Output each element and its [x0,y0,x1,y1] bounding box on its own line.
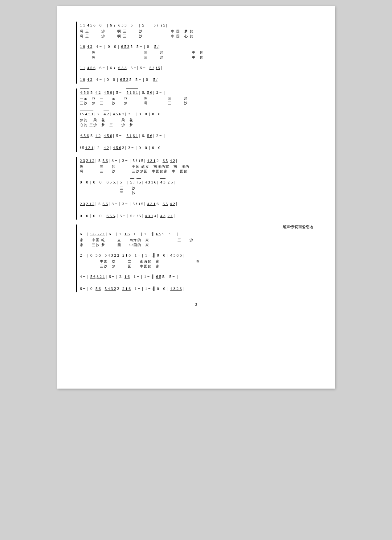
stave-2-1: 6 5 6 5 | 4 2 4 5 6 | 5 − | 5 1 6 1 | 6.… [80,89,316,106]
notation-line: 6 5 6 5 | 4 2 4 5 6 | 5 − | 5 1 6 1 | 6.… [80,89,316,96]
lyric-line-1: 啊 三 沙 啊 三 沙 中 国 梦 的 [80,29,316,34]
page-number: 3 [76,302,316,307]
section-3: 2 3 2 1 2 | 5. 5 6 | 3 − | 3 − | 5 i i 5… [76,157,316,220]
lyric-line-14: 家 三沙 梦 圆 中国的 家 [80,243,316,247]
stave-1-2: 1 0 4 2 | 4 − | 0 0 | 6 5 3 5 | 5 − | 0 … [80,43,316,60]
notation-line: 6 5 6 5 | 4 2 4 5 6 | 5 − | 5 1 6 1 | 6.… [80,132,316,139]
stave-4-4: 6 − | 0 5 6 | 5 4 3 2 2 2 1 6 | 1 − | 1 … [80,285,316,292]
notation-line: 2 3 2 1 2 | 5. 5 6 | 3 − | 3 − | 5 i i 5… [80,157,316,164]
lyric-line-2: 啊 三 沙 啊 三 沙 中 国 心 的 [80,34,316,39]
notation-line: 1 1 4 5 6 | 6 − | 6 i 6 5 3 | 5 − | 5 − … [80,64,316,72]
section-1: 1 1 4 5 6 | 6 − | 6 i 6 5 3 | 5 − | 5 − … [76,22,316,84]
lyric-line-11: 三 沙 [80,186,316,191]
lyric-line-4: 啊 三 沙 中 国 [80,55,316,60]
lyric-line-6: 三沙 梦 三 沙 梦 啊 三 沙 [80,101,316,105]
notation-line: 1 1 4 5 6 | 6 − | 6 i 6 5 3 | 5 − | 5 − … [80,22,316,29]
stave-2-2: i 5 4 3 1 | 2 4 2 | 4 5 6 3 | 3 − | 0 0 … [80,110,316,127]
notation-line: 0 0 | 0 0 | 6 5 5. | 5 − | 5 i i 5 | 4 3… [80,212,316,220]
stave-3-1: 2 3 2 1 2 | 5. 5 6 | 3 − | 3 − | 5 i i 5… [80,157,316,174]
stave-3-3: 2 3 2 1 2 | 5. 5 6 | 3 − | 3 − | 5 i i 5… [80,200,316,208]
stave-2-4: i 5 4 3 1 | 2 4 2 | 4 5 6 3 | 3 − | 0 0 … [80,144,316,151]
lyric-line-9: 啊 三 沙 中国 屹立 南海的家 南 海的 [80,164,316,169]
lyric-line-12: 三 沙 [80,191,316,195]
notation-line: i 5 4 3 1 | 2 4 2 | 4 5 6 3 | 3 − | 0 0 … [80,144,316,151]
lyric-line-7: 梦的 一朵 花 一 朵 花 [80,118,316,122]
notation-line: 6 − | 5 6 3 2 1 | 6 − | 2. 1 6 | 1 − | 1… [80,230,316,238]
notation-line: 1 0 4 2 | 4 − | 0 0 | 6 5 3 5 | 5 − | 0 … [80,76,316,83]
lyric-line-16: 三沙 梦 圆 中国的 家 [80,264,316,269]
lyric-line-13: 家 中国 屹 立 南海的 家 三 沙 [80,238,316,242]
notation-line: 6 − | 0 5 6 | 5 4 3 2 2 2 1 6 | 1 − | 1 … [80,285,316,292]
score-content: 1 1 4 5 6 | 6 − | 6 i 6 5 3 | 5 − | 5 − … [76,22,316,307]
stave-3-4: 0 0 | 0 0 | 6 5 5. | 5 − | 5 i i 5 | 4 3… [80,212,316,220]
stave-1-1: 1 1 4 5 6 | 6 − | 6 i 6 5 3 | 5 − | 5 − … [80,22,316,39]
lyric-line-10: 啊 三 沙 三沙梦圆 中国的家 中 国的 [80,169,316,174]
stave-1-4: 1 0 4 2 | 4 − | 0 0 | 6 5 3 5 | 5 − | 0 … [80,76,316,83]
stave-4-2: 2 − | 0 5 6 | 5 4 3 2 2 2 1 6 | 1 − | 1 … [80,252,316,269]
lyric-line-8: 心的 三沙 梦 三 沙 梦 [80,123,316,127]
lyric-line-3: 啊 三 沙 中 国 [80,50,316,55]
notation-line: 2 3 2 1 2 | 5. 5 6 | 3 − | 3 − | 5 i i 5… [80,200,316,208]
stave-4-1: 6 − | 5 6 3 2 1 | 6 − | 2. 1 6 | 1 − | 1… [80,230,316,247]
tail-note: 尾声:亲切而爱恋地 [80,225,316,230]
stave-3-2: 0 0 | 0 0 | 6 5 5. | 5 − | 5 i i 5 | 4 3… [80,178,316,196]
lyric-line-5: 一朵 花 一 朵 花 啊 三 沙 [80,96,316,101]
notation-line: 0 0 | 0 0 | 6 5 5. | 5 − | 5 i i 5 | 4 3… [80,178,316,186]
stave-2-3: 6 5 6 5 | 4 2 4 5 6 | 5 − | 5 1 6 1 | 6.… [80,132,316,139]
notation-line: 1 0 4 2 | 4 − | 0 0 | 6 5 3 5 | 5 − | 0 … [80,43,316,50]
notation-line: 2 − | 0 5 6 | 5 4 3 2 2 2 1 6 | 1 − | 1 … [80,252,316,259]
section-2: 6 5 6 5 | 4 2 4 5 6 | 5 − | 5 1 6 1 | 6.… [76,89,316,152]
lyric-line-15: 中国 屹 立 南海的 家 啊 [80,259,316,264]
section-4: 尾声:亲切而爱恋地 6 − | 5 6 3 2 1 | 6 − | 2. 1 6… [76,225,316,292]
music-score-page: 1 1 4 5 6 | 6 − | 6 i 6 5 3 | 5 − | 5 − … [57,6,335,389]
notation-line: i 5 4 3 1 | 2 4 2 | 4 5 6 3 | 3 − | 0 0 … [80,110,316,118]
stave-4-3: 4 − | 5 6 3 2 1 | 6 − | 2. 1 6 | 1 − | 1… [80,273,316,280]
stave-1-3: 1 1 4 5 6 | 6 − | 6 i 6 5 3 | 5 − | 5 − … [80,64,316,72]
notation-line: 4 − | 5 6 3 2 1 | 6 − | 2. 1 6 | 1 − | 1… [80,273,316,280]
